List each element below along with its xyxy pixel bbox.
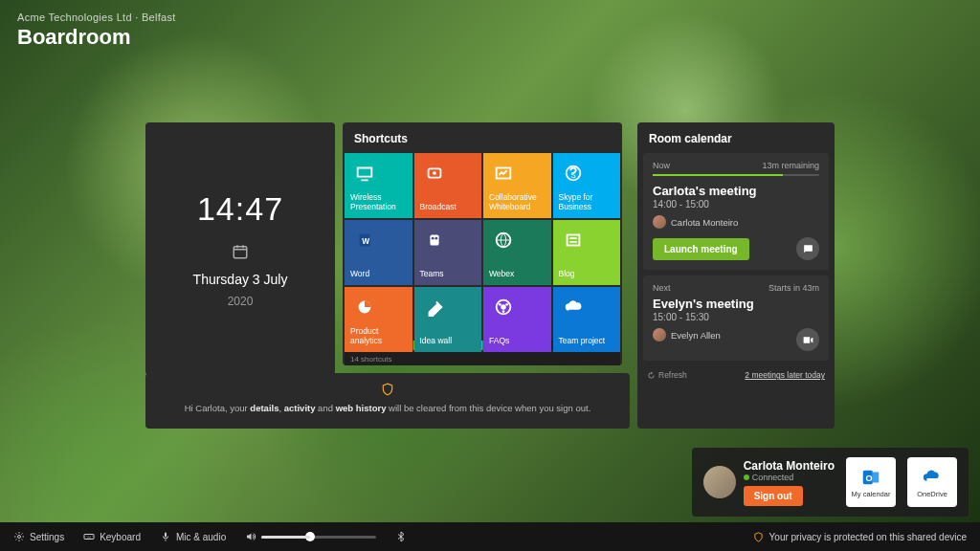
shortcut-tile[interactable]: Webex xyxy=(483,220,551,285)
tile-icon xyxy=(493,297,514,318)
clock-day: Thursday 3 July xyxy=(193,272,288,287)
tile-icon xyxy=(493,163,514,184)
shortcut-tile[interactable]: Wireless Presentation xyxy=(345,153,412,218)
clock-time: 14:47 xyxy=(197,190,283,228)
sign-out-button[interactable]: Sign out xyxy=(744,486,803,506)
chat-icon[interactable] xyxy=(796,237,819,260)
next-starts: Starts in 43m xyxy=(768,283,819,293)
tile-label: Webex xyxy=(489,270,547,279)
privacy-indicator[interactable]: Your privacy is protected on this shared… xyxy=(753,532,967,542)
svg-text:O: O xyxy=(866,473,873,482)
now-time: 14:00 - 15:00 xyxy=(653,199,819,209)
onedrive-icon xyxy=(922,467,943,488)
svg-point-15 xyxy=(501,304,506,310)
shortcut-tile[interactable]: FAQs xyxy=(483,287,551,352)
bluetooth-button[interactable] xyxy=(395,531,407,542)
tile-icon xyxy=(424,163,445,184)
shield-icon xyxy=(381,383,394,396)
tile-label: Wireless Presentation xyxy=(350,193,409,212)
refresh-button[interactable]: Refresh xyxy=(647,370,687,380)
onedrive-tile[interactable]: OneDrive xyxy=(907,457,957,507)
calendar-icon xyxy=(232,243,249,260)
now-organizer: Carlota Monteiro xyxy=(653,215,819,229)
breadcrumb: Acme Technologies Ltd · Belfast xyxy=(17,11,176,23)
tile-label: Blog xyxy=(559,270,617,279)
svg-text:W: W xyxy=(362,237,369,246)
tile-icon xyxy=(493,230,514,251)
shortcut-tile[interactable]: Teams xyxy=(414,220,482,285)
location-name: Belfast xyxy=(142,11,176,23)
launch-meeting-button[interactable]: Launch meeting xyxy=(653,238,749,260)
svg-point-17 xyxy=(505,303,508,306)
next-organizer: Evelyn Allen xyxy=(653,328,819,342)
shortcut-tile[interactable]: Collaborative Whiteboard xyxy=(483,153,551,218)
tile-label: Idea wall xyxy=(420,337,479,346)
settings-button[interactable]: Settings xyxy=(13,531,64,542)
keyboard-button[interactable]: Keyboard xyxy=(83,531,141,542)
outlook-icon: O xyxy=(860,467,881,488)
volume-knob[interactable] xyxy=(305,532,315,541)
my-calendar-tile[interactable]: O My calendar xyxy=(846,457,896,507)
volume-slider[interactable] xyxy=(261,536,376,539)
privacy-note: Hi Carlota, your details, activity and w… xyxy=(145,373,630,429)
tile-label: Product analytics xyxy=(350,327,409,346)
avatar xyxy=(653,215,666,229)
now-label: Now xyxy=(653,161,670,170)
tile-label: Word xyxy=(350,270,409,279)
clock-year: 2020 xyxy=(228,295,254,308)
svg-point-10 xyxy=(434,237,437,240)
org-name: Acme Technologies Ltd xyxy=(17,11,132,23)
taskbar: Settings Keyboard Mic & audio Your priva… xyxy=(0,522,980,551)
svg-point-16 xyxy=(499,303,501,306)
shield-icon xyxy=(753,532,764,542)
tile-label: Team project xyxy=(559,337,617,346)
svg-point-9 xyxy=(431,237,434,240)
header: Acme Technologies Ltd · Belfast Boardroo… xyxy=(17,11,176,50)
shortcuts-panel: Shortcuts Wireless PresentationBroadcast… xyxy=(343,122,622,365)
calendar-footer: Refresh 2 meetings later today xyxy=(637,366,835,387)
svg-rect-12 xyxy=(567,235,579,246)
svg-point-22 xyxy=(18,536,21,539)
svg-text:S: S xyxy=(570,171,576,180)
next-time: 15:00 - 15:30 xyxy=(653,312,819,322)
svg-point-2 xyxy=(433,171,436,175)
user-card: Carlota Monteiro Connected Sign out O My… xyxy=(692,448,969,517)
shortcut-tile[interactable]: Broadcast xyxy=(414,153,482,218)
shortcut-tile[interactable]: Product analytics xyxy=(345,287,412,352)
mic-audio-button[interactable]: Mic & audio xyxy=(160,531,226,542)
shortcut-tile[interactable]: Team project xyxy=(553,287,621,352)
tile-label: Teams xyxy=(420,270,479,279)
tile-label: Skype for Business xyxy=(559,193,617,212)
user-name: Carlota Monteiro xyxy=(744,459,835,473)
shortcut-count: 14 shortcuts xyxy=(345,352,620,365)
svg-rect-8 xyxy=(430,235,438,246)
tile-label: Broadcast xyxy=(420,203,479,212)
shortcut-tile[interactable]: Idea wall xyxy=(414,287,482,352)
shortcut-tile[interactable]: SSkype for Business xyxy=(553,153,621,218)
tile-icon: S xyxy=(563,163,584,184)
status-dot-icon xyxy=(744,474,749,480)
next-title: Evelyn's meeting xyxy=(653,297,819,311)
later-meetings-link[interactable]: 2 meetings later today xyxy=(745,370,825,380)
tile-icon xyxy=(354,297,375,318)
volume-icon xyxy=(245,531,256,542)
shortcut-tile[interactable]: Blog xyxy=(553,220,621,285)
shortcut-grid: Wireless PresentationBroadcastCollaborat… xyxy=(343,153,622,352)
now-title: Carlota's meeting xyxy=(653,184,819,198)
tile-icon xyxy=(563,297,584,318)
center-column: Shortcuts Wireless PresentationBroadcast… xyxy=(343,122,630,429)
shortcut-tile[interactable]: WWord xyxy=(345,220,412,285)
volume-control[interactable] xyxy=(245,531,376,542)
tile-icon xyxy=(424,297,445,318)
meeting-now: Now 13m remaining Carlota's meeting 14:0… xyxy=(643,153,829,270)
user-status: Connected xyxy=(744,473,835,482)
room-title: Boardroom xyxy=(17,25,176,50)
avatar xyxy=(703,466,736,498)
svg-rect-0 xyxy=(234,246,247,257)
svg-rect-20 xyxy=(873,472,879,482)
video-icon[interactable] xyxy=(796,328,819,351)
svg-point-18 xyxy=(502,310,505,313)
calendar-title: Room calendar xyxy=(637,122,835,153)
now-remaining: 13m remaining xyxy=(762,161,819,170)
meeting-next: Next Starts in 43m Evelyn's meeting 15:0… xyxy=(643,276,829,361)
